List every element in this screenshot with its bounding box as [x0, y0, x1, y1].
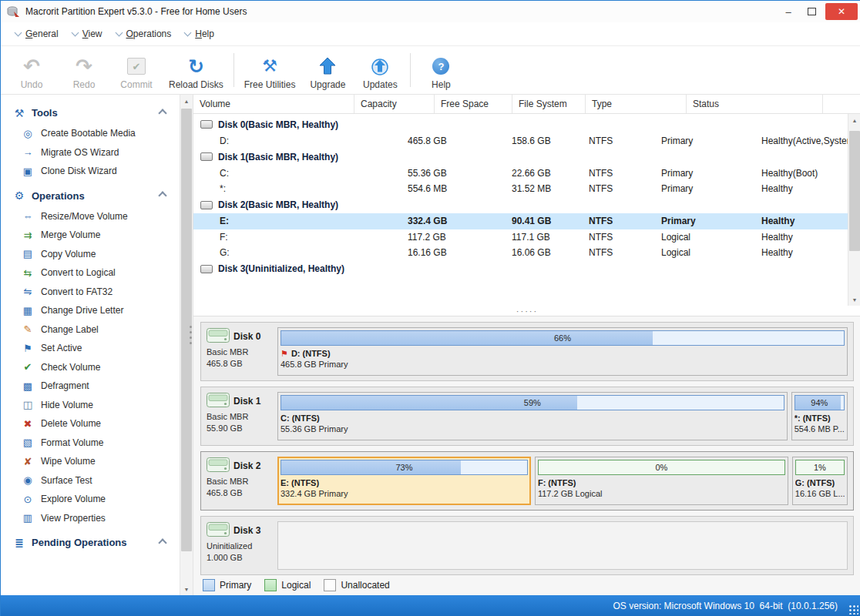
section-header-operations[interactable]: ⚙Operations	[13, 190, 172, 202]
volume-row-d[interactable]: D:465.8 GB158.6 GBNTFSPrimaryHealthy(Act…	[193, 133, 860, 149]
capacity-cell: 554.6 MB	[374, 183, 481, 194]
help-button[interactable]: ?Help	[415, 47, 467, 93]
sidebar-item-defragment[interactable]: ▩Defragment	[12, 377, 180, 396]
main-panel: VolumeCapacityFree SpaceFile SystemTypeS…	[193, 95, 860, 595]
sidebar-item-merge-volume[interactable]: ⇉Merge Volume	[12, 226, 180, 245]
close-button[interactable]: ✕	[825, 3, 858, 20]
column-header-free-space[interactable]: Free Space	[435, 95, 512, 113]
menu-view[interactable]: View	[66, 25, 109, 43]
volume-row-f[interactable]: F:117.2 GB117.1 GBNTFSLogicalHealthy	[193, 229, 860, 246]
sidebar-item-change-label[interactable]: ✎Change Label	[12, 320, 180, 340]
section-header-pending-operations[interactable]: ≣Pending Operations	[13, 537, 172, 548]
menu-operations[interactable]: Operations	[109, 25, 179, 43]
partition-d-ntfs[interactable]: 66%⚑D: (NTFS)465.8 GB Primary	[277, 327, 848, 376]
reload-disks-button[interactable]: ↻Reload Disks	[163, 47, 230, 93]
column-header-capacity[interactable]: Capacity	[354, 95, 435, 113]
status-cell: Healthy(Boot)	[755, 168, 860, 179]
sidebar-item-create-bootable-media[interactable]: ◎Create Bootable Media	[12, 124, 180, 143]
disk-group-disk-2[interactable]: Disk 2(Basic MBR, Healthy)	[193, 197, 860, 214]
sidebar-item-convert-to-logical[interactable]: ⇆Convert to Logical	[12, 263, 180, 283]
commit-button[interactable]: ✔Commit	[110, 47, 163, 93]
partition-c-ntfs[interactable]: 59%C: (NTFS)55.36 GB Primary	[277, 392, 788, 440]
scroll-down-icon[interactable]: ▼	[180, 583, 193, 595]
partition-e-ntfs[interactable]: 73%E: (NTFS)332.4 GB Primary	[277, 457, 531, 505]
disk-group-disk-3[interactable]: Disk 3(Uninitialized, Healthy)	[193, 261, 860, 278]
partition-g-ntfs[interactable]: 1%G: (NTFS)16.16 GB L...	[792, 457, 848, 505]
disk-name: Disk 2	[233, 460, 260, 471]
menu-help[interactable]: Help	[178, 25, 221, 43]
sidebar-scroll-track[interactable]	[180, 107, 193, 583]
sidebar-splitter[interactable]	[189, 326, 192, 344]
volume-row-star[interactable]: *:554.6 MB31.52 MBNTFSPrimaryHealthy	[193, 181, 860, 197]
sidebar-item-change-drive-letter[interactable]: ▦Change Drive Letter	[12, 301, 180, 320]
window-controls: – ✕	[777, 1, 860, 22]
sidebar-item-wipe-volume[interactable]: ✘Wipe Volume	[12, 452, 180, 471]
updates-button[interactable]: Updates	[354, 47, 406, 93]
volume-table: VolumeCapacityFree SpaceFile SystemTypeS…	[193, 95, 860, 316]
menu-label: General	[25, 28, 59, 39]
disk-block-disk-2[interactable]: Disk 2Basic MBR465.8 GB73%E: (NTFS)332.4…	[200, 451, 854, 511]
column-header-file-system[interactable]: File System	[512, 95, 586, 113]
sidebar-item-surface-test[interactable]: ◉Surface Test	[12, 471, 180, 490]
partition-f-ntfs[interactable]: 0%F: (NTFS)117.2 GB Logical	[535, 457, 788, 505]
free-utilities-button[interactable]: ⚒Free Utilities	[238, 47, 302, 93]
maximize-button[interactable]	[800, 1, 823, 22]
redo-button[interactable]: ↷Redo	[58, 47, 110, 93]
column-header-status[interactable]: Status	[687, 95, 823, 113]
section-header-tools[interactable]: ⚒Tools	[13, 107, 172, 119]
disk-block-disk-0[interactable]: Disk 0Basic MBR465.8 GB66%⚑D: (NTFS)465.…	[200, 322, 854, 381]
sidebar-item-hide-volume[interactable]: ◫Hide Volume	[12, 396, 180, 415]
sidebar-item-clone-disk-wizard[interactable]: ▣Clone Disk Wizard	[12, 162, 180, 181]
disk-block-disk-1[interactable]: Disk 1Basic MBR55.90 GB59%C: (NTFS)55.36…	[200, 387, 854, 446]
disk-group-disk-1[interactable]: Disk 1(Basic MBR, Healthy)	[193, 149, 860, 166]
toolbar-button-label: Reload Disks	[169, 79, 223, 90]
minimize-button[interactable]: –	[777, 1, 800, 22]
file-system-cell: NTFS	[583, 216, 655, 226]
capacity-cell: 117.2 GB	[374, 232, 481, 243]
volume-row-e[interactable]: E:332.4 GB90.41 GBNTFSPrimaryHealthy	[193, 213, 860, 229]
sidebar-scrollbar[interactable]: ▲ ▼	[180, 95, 193, 595]
table-scroll-track[interactable]	[848, 126, 860, 293]
scroll-up-icon[interactable]: ▲	[180, 95, 193, 107]
upgrade-button[interactable]: Upgrade	[301, 47, 354, 93]
sidebar-item-delete-volume[interactable]: ✖Delete Volume	[12, 414, 180, 434]
usage-bar: 1%	[795, 460, 845, 475]
sidebar-item-convert-to-fat32[interactable]: ⇋Convert to FAT32	[12, 283, 180, 302]
partition-label: G: (NTFS)	[795, 478, 845, 487]
disk-block-disk-3[interactable]: Disk 3Uninitialized1.000 GB	[200, 516, 854, 575]
sidebar-item-set-active[interactable]: ⚑Set Active	[12, 339, 180, 358]
partition-label: C: (NTFS)	[281, 413, 784, 423]
unallocated-region[interactable]	[277, 521, 848, 570]
disk-info: Disk 2Basic MBR465.8 GB	[207, 457, 271, 505]
sidebar-item-migrate-os-wizard[interactable]: →Migrate OS Wizard	[12, 143, 180, 162]
disk-icon	[200, 201, 213, 209]
volume-row-g[interactable]: G:16.16 GB16.06 GBNTFSLogicalHealthy	[193, 245, 860, 261]
resize-grip[interactable]	[848, 604, 858, 614]
column-header-type[interactable]: Type	[586, 95, 687, 113]
sidebar-item-copy-volume[interactable]: ▤Copy Volume	[12, 245, 180, 264]
sidebar-item-explore-volume[interactable]: ⊙Explore Volume	[12, 490, 180, 509]
undo-button[interactable]: ↶Undo	[5, 47, 58, 93]
horizontal-splitter[interactable]: ·····	[193, 306, 860, 316]
volume-row-c[interactable]: C:55.36 GB22.66 GBNTFSPrimaryHealthy(Boo…	[193, 166, 860, 182]
change-drive-letter-icon: ▦	[22, 306, 34, 316]
partition-star-ntfs[interactable]: 94%*: (NTFS)554.6 MB P...	[791, 392, 848, 440]
sidebar-item-label: Defragment	[41, 380, 89, 391]
chevron-up-icon	[158, 538, 166, 547]
file-system-cell: NTFS	[583, 247, 655, 258]
sidebar-item-resize-move-volume[interactable]: ⇔Resize/Move Volume	[12, 207, 180, 226]
scroll-up-icon[interactable]: ▲	[848, 114, 860, 126]
sidebar-item-check-volume[interactable]: ✔Check Volume	[12, 358, 180, 377]
table-scroll-thumb[interactable]	[849, 131, 860, 251]
column-header-volume[interactable]: Volume	[193, 95, 354, 113]
volume-cell: C:	[193, 168, 374, 179]
disk-group-disk-0[interactable]: Disk 0(Basic MBR, Healthy)	[193, 116, 860, 133]
sidebar-item-label: Delete Volume	[41, 418, 101, 429]
legend: PrimaryLogicalUnallocated	[200, 575, 854, 595]
sidebar-item-view-properties[interactable]: ▥View Properties	[12, 509, 180, 528]
partition-detail: 554.6 MB P...	[794, 424, 845, 434]
menu-general[interactable]: General	[8, 25, 66, 43]
scroll-down-icon[interactable]: ▼	[848, 293, 860, 306]
sidebar-item-format-volume[interactable]: ▧Format Volume	[12, 434, 180, 453]
table-scrollbar[interactable]: ▲ ▼	[848, 114, 860, 306]
